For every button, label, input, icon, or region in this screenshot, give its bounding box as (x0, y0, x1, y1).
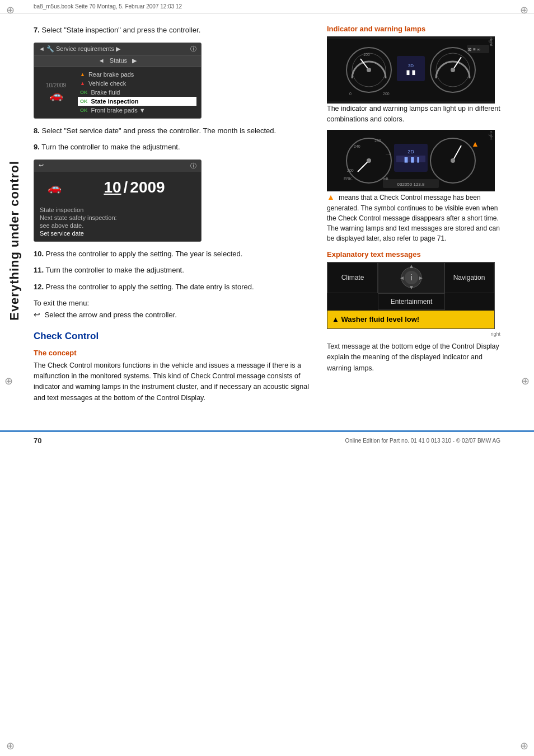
corner-mark-tr: ⊕ (518, 4, 530, 16)
step-8: 8. Select "Set service date" and press t… (34, 125, 310, 137)
right-column: Indicator and warning lamps (327, 25, 500, 408)
svg-rect-9 (397, 56, 425, 81)
screen-body-1: 10/2009 🚗 Rear brake pads Vehicle check … (34, 67, 201, 118)
control-display: Climate i ▲ ▼ ◄ ► (327, 262, 495, 329)
img-note-1: right (489, 37, 494, 46)
svg-text:2D: 2D (407, 149, 414, 154)
svg-text:032050  123.8: 032050 123.8 (397, 182, 425, 187)
date-display: 10 / 2009 (99, 174, 169, 201)
step-9-number: 9. (34, 143, 40, 151)
svg-text:▐▌▐▌▐: ▐▌▐▌▐ (403, 157, 419, 163)
indicator-caption: The indicator and warning lamps can ligh… (327, 104, 500, 125)
svg-text:⊠ ≡ ∞: ⊠ ≡ ∞ (468, 47, 480, 52)
screen-item-2: Vehicle check (78, 79, 196, 88)
svg-text:0: 0 (349, 92, 352, 96)
date-separator: / (124, 179, 128, 196)
svg-text:▲: ▲ (409, 264, 414, 269)
exit-menu: To exit the menu: ↩ Select the arrow and… (34, 298, 310, 321)
step-7-number: 7. (34, 26, 40, 34)
check-control-title: Check Control (34, 331, 310, 342)
side-label-text: Everything under control (7, 161, 22, 321)
screen-back-arrow: ◄ 🔧 Service requirements ▶ (39, 45, 120, 53)
screen-nav-1: ◄ Status ▶ (34, 55, 201, 67)
cd-img-note: right (327, 331, 500, 337)
gauge-svg-2: 200 240 280 ...1 2D ▐▌▐▌▐ (327, 130, 495, 191)
step-9-text: Turn the controller to make the adjustme… (41, 143, 180, 151)
date-car-icon: 🚗 (48, 181, 62, 194)
date-label2: Next state safety inspection: (40, 214, 195, 221)
date-screen-header: ↩ ⓘ (34, 160, 201, 172)
svg-point-24 (367, 158, 371, 163)
cd-warning-bar: ▲ Washer fluid level low! (327, 311, 494, 328)
svg-text:ERK.: ERK. (344, 177, 353, 181)
screen-item-1: Rear brake pads (78, 70, 196, 79)
svg-text:▲: ▲ (471, 139, 479, 148)
screen-item-3: Brake fluid (78, 88, 196, 97)
svg-text:240: 240 (354, 144, 360, 148)
side-label: Everything under control (0, 45, 29, 436)
step-9: 9. Turn the controller to make the adjus… (34, 142, 310, 153)
meta-bar: ba8_m5us.book Seite 70 Montag, 5. Februa… (0, 0, 534, 13)
step-12: 12. Press the controller to apply the se… (34, 281, 310, 293)
svg-text:3D: 3D (408, 63, 414, 68)
exit-arrow-icon: ↩ (34, 309, 40, 321)
svg-point-8 (451, 68, 455, 72)
corner-mark-mr: ⊕ (521, 375, 530, 387)
cd-entertainment: Entertainment (378, 293, 445, 310)
screen-header-1: ◄ 🔧 Service requirements ▶ ⓘ (34, 43, 201, 55)
svg-point-27 (451, 158, 455, 163)
date-month: 10 (104, 179, 121, 196)
step-7: 7. Select "State inspection" and press t… (34, 25, 310, 36)
screen-right-1: Rear brake pads Vehicle check Brake flui… (76, 69, 199, 116)
info-button-svg: i ▲ ▼ ◄ ► (397, 264, 425, 292)
step-10-number: 10. (34, 250, 44, 258)
screen-date-entry: ↩ ⓘ 🚗 10 / 2009 Sta (34, 159, 202, 242)
svg-text:►: ► (418, 275, 424, 281)
step-12-number: 12. (34, 283, 44, 291)
date-label3: see above date. (40, 222, 195, 229)
warning-text: ▲ means that a Check Control message has… (327, 191, 500, 243)
cd-climate: Climate (327, 262, 378, 293)
step-11-number: 11. (34, 266, 44, 274)
warning-symbol: ▲ (327, 192, 335, 201)
page-container: ⊕ ⊕ ⊕ ⊕ ⊕ ⊕ ba8_m5us.book Seite 70 Monta… (0, 0, 534, 756)
date-label4: Set service date (40, 230, 195, 237)
footer-text: Online Edition for Part no. 01 41 0 013 … (345, 438, 500, 444)
page-footer: 70 Online Edition for Part no. 01 41 0 0… (0, 430, 534, 449)
step-11-text: Turn the controller to make the adjustme… (45, 266, 184, 274)
date-text-area: State inspection Next state safety inspe… (34, 203, 201, 241)
svg-point-4 (367, 68, 371, 72)
indicator-lamps-title: Indicator and warning lamps (327, 25, 500, 33)
exit-text: Select the arrow and press the controlle… (45, 311, 177, 319)
check-control-concept-title: The concept (34, 349, 310, 357)
svg-text:100: 100 (363, 53, 370, 57)
date-screen-car: 🚗 (38, 174, 71, 201)
screen-item-4: State inspection (78, 97, 196, 106)
warning-message: means that a Check Control message has b… (327, 194, 500, 242)
screen-info-icon: ⓘ (190, 45, 196, 53)
corner-mark-br: ⊕ (518, 740, 530, 752)
warning-text-block: ▲ means that a Check Control message has… (327, 191, 500, 243)
date-display-wrapper: 10 / 2009 (71, 174, 198, 201)
page-number: 70 (34, 436, 41, 445)
step-12-text: Press the controller to apply the settin… (46, 283, 254, 291)
date-back-icon: ↩ (39, 162, 44, 170)
svg-text:280: 280 (374, 139, 381, 143)
file-info: ba8_m5us.book Seite 70 Montag, 5. Februa… (34, 3, 182, 10)
cd-navigation: Navigation (444, 262, 494, 293)
dashboard-img-2: 200 240 280 ...1 2D ▐▌▐▌▐ (327, 130, 495, 191)
svg-text:mlt.: mlt. (383, 177, 389, 181)
screen-car-icon: 🚗 (49, 88, 63, 102)
main-content: 7. Select "State inspection" and press t… (0, 13, 534, 419)
gauge-svg-1: 3D ▐▌▐▌ 0 100 200 ⊠ ≡ ∞ (327, 36, 495, 104)
corner-mark-bl: ⊕ (4, 740, 16, 752)
img-note-2: right (489, 131, 494, 140)
step-10: 10. Press the controller to apply the se… (34, 248, 310, 260)
left-column: 7. Select "State inspection" and press t… (34, 25, 327, 408)
step-11: 11. Turn the controller to make the adju… (34, 265, 310, 276)
screen-date: 10/2009 (46, 82, 66, 88)
dashboard-img-1: 3D ▐▌▐▌ 0 100 200 ⊠ ≡ ∞ right (327, 36, 495, 104)
svg-text:◄: ◄ (399, 275, 405, 281)
step-8-text: Select "Set service date" and press the … (41, 126, 276, 135)
date-year: 2009 (130, 179, 165, 196)
